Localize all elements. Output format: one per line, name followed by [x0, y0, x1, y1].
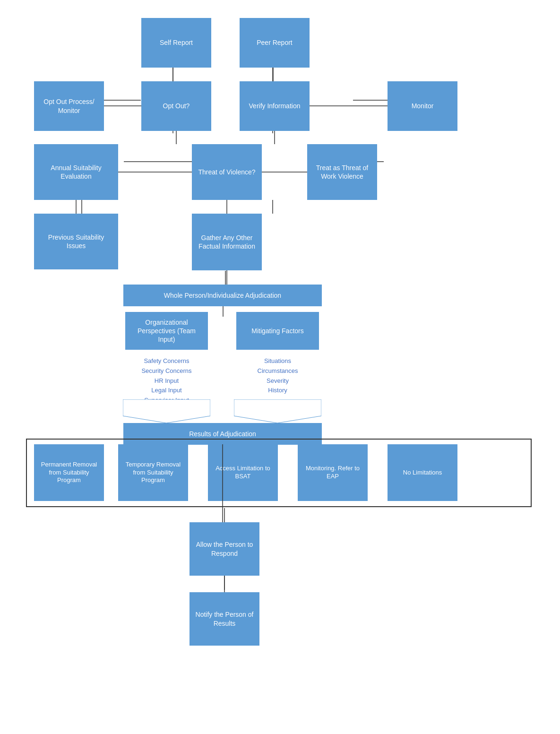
opt-out-process-box: Opt Out Process/ Monitor: [34, 81, 104, 131]
flowchart: Self Report Peer Report Opt Out Process/…: [0, 0, 560, 734]
list-left-item-0: Safety Concerns: [144, 356, 189, 366]
org-perspectives-box: Organizational Perspectives (Team Input): [125, 312, 208, 350]
svg-marker-17: [123, 399, 210, 423]
annual-suitability-box: Annual Suitability Evaluation: [34, 144, 118, 200]
list-right-item-3: History: [268, 386, 287, 396]
list-left-item-1: Security Concerns: [141, 366, 191, 376]
gather-other-box: Gather Any Other Factual Information: [192, 214, 262, 270]
temporary-removal-box: Temporary Removal from Suitability Progr…: [118, 444, 188, 501]
previous-suitability-box: Previous Suitability Issues: [34, 214, 118, 269]
threat-of-violence-box: Threat of Violence?: [192, 144, 262, 200]
left-list-box: Safety Concerns Security Concerns HR Inp…: [125, 354, 208, 403]
opt-out-box: Opt Out?: [141, 81, 211, 131]
self-report-box: Self Report: [141, 18, 211, 68]
right-arrow: [234, 399, 321, 423]
list-right-item-2: Severity: [267, 376, 289, 386]
left-arrow: [123, 399, 210, 423]
list-right-item-0: Situations: [264, 356, 291, 366]
no-limitations-box: No Limitations: [388, 444, 457, 501]
svg-marker-18: [234, 399, 321, 423]
whole-person-box: Whole Person/Individualize Adjudication: [123, 285, 322, 306]
access-limitation-box: Access Limitation to BSAT: [208, 444, 278, 501]
notify-results-box: Notify the Person of Results: [190, 592, 259, 646]
monitor-box: Monitor: [388, 81, 457, 131]
mitigating-factors-box: Mitigating Factors: [236, 312, 319, 350]
list-right-item-1: Circumstances: [258, 366, 298, 376]
right-list-box: Situations Circumstances Severity Histor…: [236, 354, 319, 403]
verify-information-box: Verify Information: [240, 81, 310, 131]
list-left-item-3: Legal Input: [151, 386, 181, 396]
monitoring-eap-box: Monitoring. Refer to EAP: [298, 444, 368, 501]
treat-as-threat-box: Treat as Threat of Work Violence: [307, 144, 377, 200]
allow-respond-box: Allow the Person to Respond: [190, 522, 259, 576]
permanent-removal-box: Permanent Removal from Suitability Progr…: [34, 444, 104, 501]
list-left-item-2: HR Input: [155, 376, 179, 386]
peer-report-box: Peer Report: [240, 18, 310, 68]
